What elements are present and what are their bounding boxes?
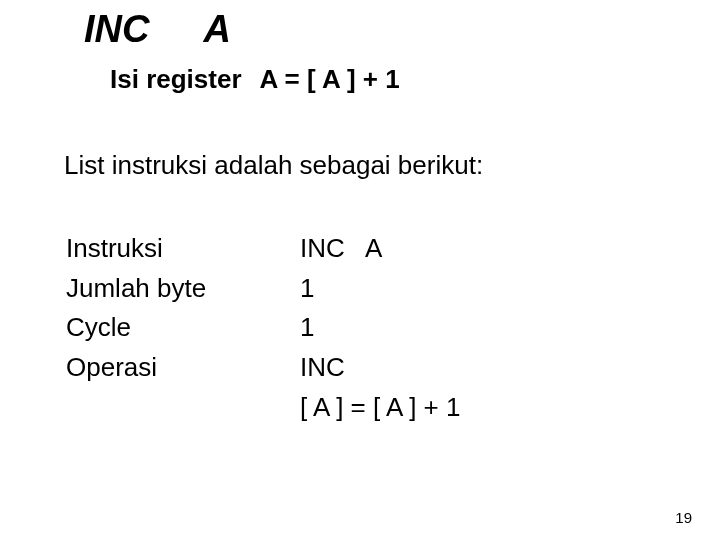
table-row: Jumlah byte 1 (66, 270, 460, 308)
slide: INCA Isi registerA = [ A ] + 1 List inst… (0, 0, 720, 540)
prop-value-operasi-2: [ A ] = [ A ] + 1 (300, 389, 460, 427)
table-row: Cycle 1 (66, 309, 460, 347)
prop-value-operasi: INC (300, 349, 460, 387)
prop-label-instruksi: Instruksi (66, 230, 298, 268)
prop-label-blank (66, 389, 298, 427)
subtitle-expression: A = [ A ] + 1 (260, 64, 400, 94)
operand: A (203, 8, 230, 50)
instruction-title: INCA (84, 8, 231, 51)
table-row: [ A ] = [ A ] + 1 (66, 389, 460, 427)
prop-value-instruksi: INC A (300, 230, 460, 268)
prop-label-operasi: Operasi (66, 349, 298, 387)
prop-label-cycle: Cycle (66, 309, 298, 347)
page-number: 19 (675, 509, 692, 526)
prop-value-cycle: 1 (300, 309, 460, 347)
table-row: Operasi INC (66, 349, 460, 387)
subtitle-label: Isi register (110, 64, 242, 94)
register-description: Isi registerA = [ A ] + 1 (110, 64, 400, 95)
instruction-properties: Instruksi INC A Jumlah byte 1 Cycle 1 Op… (64, 228, 462, 428)
list-heading: List instruksi adalah sebagai berikut: (64, 150, 483, 181)
prop-label-jumlah-byte: Jumlah byte (66, 270, 298, 308)
table-row: Instruksi INC A (66, 230, 460, 268)
prop-value-jumlah-byte: 1 (300, 270, 460, 308)
mnemonic: INC (84, 8, 149, 50)
